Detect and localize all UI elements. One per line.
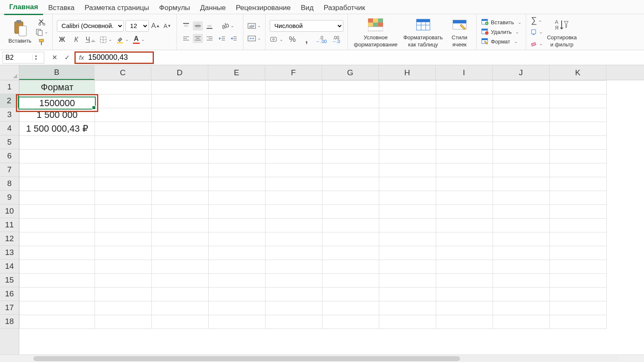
cell-B18[interactable]	[20, 315, 95, 329]
cell-G6[interactable]	[322, 150, 379, 163]
tab-page-layout[interactable]: Разметка страницы	[79, 2, 154, 15]
cell-I7[interactable]	[436, 163, 493, 177]
row-header-14[interactable]: 14	[0, 260, 19, 273]
cell-F16[interactable]	[266, 288, 322, 301]
cell-F17[interactable]	[266, 301, 322, 315]
row-header-6[interactable]: 6	[0, 149, 19, 163]
cell-I13[interactable]	[436, 246, 493, 260]
cell-K7[interactable]	[550, 163, 607, 177]
cell-B13[interactable]	[20, 246, 95, 260]
merge-button[interactable]: ⌄	[248, 34, 261, 43]
cell-I5[interactable]	[436, 136, 493, 150]
tab-developer[interactable]: Разработчик	[319, 2, 370, 15]
column-header-H[interactable]: H	[379, 65, 436, 80]
cell-F4[interactable]	[266, 122, 322, 136]
cell-J16[interactable]	[493, 288, 550, 301]
font-size-dropdown[interactable]: 12	[125, 20, 149, 32]
column-header-B[interactable]: B	[19, 65, 95, 80]
cell-E5[interactable]	[209, 136, 266, 150]
cell-F13[interactable]	[266, 246, 322, 260]
cell-I1[interactable]	[436, 81, 493, 94]
row-header-5[interactable]: 5	[0, 135, 19, 149]
cell-F1[interactable]	[266, 81, 322, 94]
cell-D18[interactable]	[152, 315, 209, 329]
insert-cells-button[interactable]: + Вставить⌄	[481, 18, 521, 26]
cell-J9[interactable]	[493, 191, 550, 205]
cell-J13[interactable]	[493, 246, 550, 260]
cell-J4[interactable]	[493, 122, 550, 136]
cell-K16[interactable]	[550, 288, 607, 301]
horizontal-scrollbar[interactable]	[0, 354, 644, 362]
cell-G18[interactable]	[322, 315, 379, 329]
cell-H11[interactable]	[379, 219, 436, 232]
column-header-F[interactable]: F	[265, 65, 322, 80]
font-color-button[interactable]: A⌄	[133, 35, 145, 44]
orientation-button[interactable]: ab⌄	[222, 21, 234, 31]
sort-filter-button[interactable]: AЯ Сортировка и фильтр	[545, 16, 578, 48]
cell-E15[interactable]	[209, 274, 266, 288]
cell-C18[interactable]	[95, 315, 152, 329]
cell-C17[interactable]	[95, 301, 152, 315]
cell-I16[interactable]	[436, 288, 493, 301]
row-header-4[interactable]: 4	[0, 122, 19, 135]
cell-C10[interactable]	[95, 205, 152, 219]
cell-F14[interactable]	[266, 260, 322, 274]
cell-K14[interactable]	[550, 260, 607, 274]
formula-input[interactable]	[87, 53, 138, 62]
align-bottom-button[interactable]	[204, 21, 215, 31]
cell-G14[interactable]	[322, 260, 379, 274]
cell-G7[interactable]	[322, 163, 379, 177]
cell-C4[interactable]	[95, 122, 152, 136]
cell-B14[interactable]	[20, 260, 95, 274]
cell-H15[interactable]	[379, 274, 436, 288]
copy-button[interactable]: ⌄	[36, 28, 48, 37]
cell-G10[interactable]	[322, 205, 379, 219]
cell-E14[interactable]	[209, 260, 266, 274]
cell-F2[interactable]	[266, 94, 322, 108]
cell-H5[interactable]	[379, 136, 436, 150]
cell-D13[interactable]	[152, 246, 209, 260]
cell-I4[interactable]	[436, 122, 493, 136]
cell-K12[interactable]	[550, 232, 607, 246]
increase-indent-button[interactable]	[229, 34, 239, 43]
fill-color-button[interactable]: ⌄	[116, 35, 129, 44]
align-right-button[interactable]	[204, 34, 215, 43]
cell-I12[interactable]	[436, 232, 493, 246]
cell-C9[interactable]	[95, 191, 152, 205]
cell-C3[interactable]	[95, 108, 152, 122]
cell-E3[interactable]	[209, 108, 266, 122]
cell-K6[interactable]	[550, 150, 607, 163]
cell-F11[interactable]	[266, 219, 322, 232]
cell-D2[interactable]	[152, 94, 209, 108]
cell-B15[interactable]	[20, 274, 95, 288]
autosum-button[interactable]: ∑⌄	[531, 16, 542, 25]
cell-G11[interactable]	[322, 219, 379, 232]
row-header-15[interactable]: 15	[0, 273, 19, 287]
cell-J17[interactable]	[493, 301, 550, 315]
row-header-9[interactable]: 9	[0, 191, 19, 204]
cell-I18[interactable]	[436, 315, 493, 329]
cell-H16[interactable]	[379, 288, 436, 301]
cell-I10[interactable]	[436, 205, 493, 219]
cell-D15[interactable]	[152, 274, 209, 288]
cell-I2[interactable]	[436, 94, 493, 108]
cell-G2[interactable]	[322, 94, 379, 108]
cell-K11[interactable]	[550, 219, 607, 232]
cell-H6[interactable]	[379, 150, 436, 163]
cut-button[interactable]	[37, 18, 47, 27]
paste-button[interactable]: Вставить	[7, 19, 33, 45]
column-header-J[interactable]: J	[493, 65, 549, 80]
cell-J12[interactable]	[493, 232, 550, 246]
column-header-E[interactable]: E	[208, 65, 265, 80]
tab-review[interactable]: Рецензирование	[231, 2, 296, 15]
cell-B6[interactable]	[20, 150, 95, 163]
tab-view[interactable]: Вид	[296, 2, 319, 15]
cell-E9[interactable]	[209, 191, 266, 205]
cell-I15[interactable]	[436, 274, 493, 288]
cell-K9[interactable]	[550, 191, 607, 205]
cell-J15[interactable]	[493, 274, 550, 288]
cell-C12[interactable]	[95, 232, 152, 246]
cell-H4[interactable]	[379, 122, 436, 136]
cell-K3[interactable]	[550, 108, 607, 122]
cell-H17[interactable]	[379, 301, 436, 315]
